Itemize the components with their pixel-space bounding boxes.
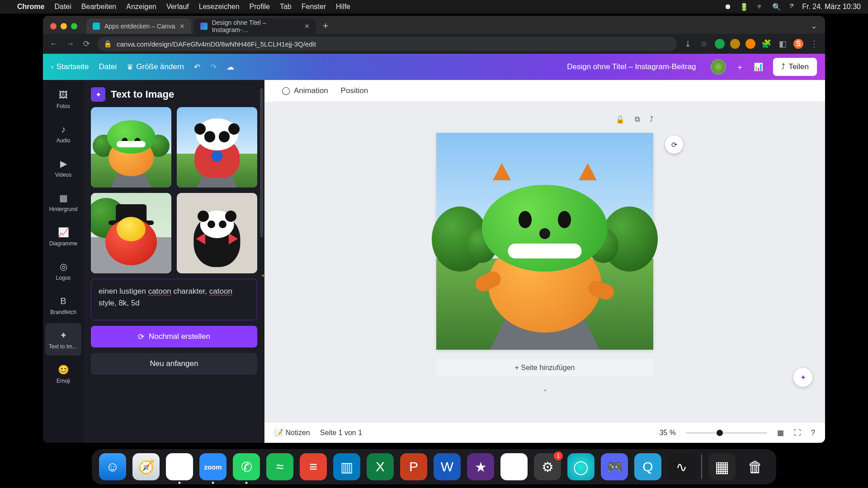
menu-profile[interactable]: Profile bbox=[250, 3, 270, 11]
dock-powerpoint[interactable]: P bbox=[400, 453, 427, 480]
menu-hilfe[interactable]: Hilfe bbox=[336, 3, 350, 11]
result-thumb-3[interactable] bbox=[91, 193, 171, 273]
undo-button[interactable]: ↶ bbox=[194, 62, 200, 72]
dock-todoist[interactable]: ≡ bbox=[300, 453, 327, 480]
extension-icon[interactable] bbox=[745, 39, 755, 49]
start-over-button[interactable]: Neu anfangen bbox=[91, 353, 257, 375]
window-close-button[interactable] bbox=[50, 23, 57, 29]
tab-close-icon[interactable]: ✕ bbox=[304, 23, 310, 30]
record-icon[interactable]: ⏺ bbox=[724, 3, 731, 11]
sidenav-emoji[interactable]: 😊Emoji bbox=[45, 357, 81, 390]
battery-icon[interactable]: 🔋 bbox=[740, 3, 749, 11]
resize-menu[interactable]: ♛Größe ändern bbox=[127, 62, 184, 72]
redo-button[interactable]: ↷ bbox=[210, 62, 217, 72]
extensions-puzzle-icon[interactable]: 🧩 bbox=[761, 38, 772, 49]
home-button[interactable]: ‹Startseite bbox=[51, 62, 89, 71]
lock-page-icon[interactable]: 🔓 bbox=[616, 115, 625, 124]
notes-button[interactable]: 📝 Notizen bbox=[274, 428, 310, 437]
expand-handle-icon[interactable]: ⌃ bbox=[542, 388, 548, 397]
dock-finder[interactable]: ☺ bbox=[99, 453, 126, 480]
browser-tab-1[interactable]: Design ohne Titel – Instagram-… ✕ bbox=[194, 19, 316, 34]
menu-lesezeichen[interactable]: Lesezeichen bbox=[199, 3, 240, 11]
page-indicator[interactable]: Seite 1 von 1 bbox=[320, 429, 362, 437]
sidenav-videos[interactable]: ▶Videos bbox=[45, 151, 81, 184]
zoom-slider[interactable] bbox=[686, 432, 767, 434]
tabs-dropdown-icon[interactable]: ⌄ bbox=[811, 22, 817, 30]
dock-mission[interactable]: ▦ bbox=[708, 453, 736, 480]
reload-button[interactable]: ⟳ bbox=[81, 38, 92, 49]
fullscreen-icon[interactable]: ⛶ bbox=[794, 429, 801, 437]
browser-tab-0[interactable]: Apps entdecken – Canva ✕ bbox=[86, 19, 191, 34]
panel-scrollbar[interactable] bbox=[260, 88, 263, 237]
add-page-button[interactable]: + Seite hinzufügen bbox=[436, 359, 653, 377]
cloud-sync-icon[interactable]: ☁ bbox=[226, 62, 234, 72]
animation-button[interactable]: ◯Animation bbox=[282, 86, 328, 95]
duplicate-page-icon[interactable]: ⧉ bbox=[635, 115, 640, 124]
insights-icon[interactable]: 📊 bbox=[754, 62, 763, 72]
result-thumb-4[interactable] bbox=[177, 193, 257, 273]
sidenav-audio[interactable]: ♪Audio bbox=[45, 117, 81, 150]
file-menu[interactable]: Datei bbox=[99, 62, 117, 71]
dock-spotify[interactable]: ≈ bbox=[266, 453, 293, 480]
add-collaborator-button[interactable]: ＋ bbox=[736, 62, 744, 72]
sidenav-diagramme[interactable]: 📈Diagramme bbox=[45, 220, 81, 253]
dock-word[interactable]: W bbox=[434, 453, 461, 480]
extension-icon[interactable] bbox=[715, 39, 725, 49]
dock-imovie[interactable]: ★ bbox=[467, 453, 494, 480]
dock-drive[interactable]: ▲ bbox=[500, 453, 528, 480]
canvas-stage[interactable]: 🔓 ⧉ ⤴ ⟳ bbox=[264, 102, 825, 422]
document-title[interactable]: Design ohne Titel – Instagram-Beitrag bbox=[567, 62, 696, 71]
user-avatar[interactable] bbox=[711, 59, 726, 75]
wifi-icon[interactable]: ᯤ bbox=[757, 3, 764, 11]
menu-anzeigen[interactable]: Anzeigen bbox=[126, 3, 156, 11]
sidepanel-icon[interactable]: ◧ bbox=[777, 38, 788, 49]
menu-datei[interactable]: Datei bbox=[54, 3, 71, 11]
forward-button[interactable]: → bbox=[65, 38, 75, 49]
dock-quicktime[interactable]: Q bbox=[634, 453, 661, 480]
menu-tab[interactable]: Tab bbox=[280, 3, 292, 11]
window-maximize-button[interactable] bbox=[71, 23, 77, 29]
install-app-icon[interactable]: ⤓ bbox=[682, 38, 693, 49]
back-button[interactable]: ← bbox=[48, 38, 59, 49]
window-minimize-button[interactable] bbox=[61, 23, 67, 29]
sidenav-text-to-image[interactable]: ✦Text to Im… bbox=[45, 323, 81, 356]
design-page[interactable]: ⟳ bbox=[436, 133, 653, 350]
position-button[interactable]: Position bbox=[341, 86, 368, 95]
sidenav-hintergrund[interactable]: ▦Hintergrund bbox=[45, 186, 81, 218]
extension-icon[interactable] bbox=[730, 39, 740, 49]
sidenav-brandfetch[interactable]: BBrandfetch bbox=[45, 289, 81, 321]
bookmark-star-icon[interactable]: ☆ bbox=[698, 38, 709, 49]
share-button[interactable]: ⤴Teilen bbox=[773, 58, 817, 76]
regenerate-button[interactable]: ⟳Nochmal erstellen bbox=[91, 326, 257, 347]
dock-zoom[interactable]: zoom bbox=[199, 453, 226, 480]
control-center-icon[interactable]: 𝄢 bbox=[789, 3, 794, 11]
dock-whatsapp[interactable]: ✆ bbox=[233, 453, 260, 480]
clock[interactable]: Fr. 24. März 10:30 bbox=[802, 3, 861, 11]
sidenav-fotos[interactable]: 🖼Fotos bbox=[45, 83, 81, 115]
app-name[interactable]: Chrome bbox=[17, 3, 44, 11]
dock-chrome[interactable]: ◉ bbox=[166, 453, 193, 480]
share-page-icon[interactable]: ⤴ bbox=[650, 115, 653, 124]
help-icon[interactable]: ? bbox=[811, 429, 815, 437]
dock-discord[interactable]: 🎮 bbox=[601, 453, 628, 480]
dock-trello[interactable]: ▥ bbox=[333, 453, 360, 480]
dock-voice[interactable]: ∿ bbox=[668, 453, 695, 480]
dock-siri[interactable]: ◯ bbox=[567, 453, 594, 480]
menu-bearbeiten[interactable]: Bearbeiten bbox=[81, 3, 116, 11]
dock-trash[interactable]: 🗑 bbox=[742, 453, 769, 480]
menu-fenster[interactable]: Fenster bbox=[302, 3, 326, 11]
new-tab-button[interactable]: ＋ bbox=[319, 19, 332, 32]
magic-button[interactable]: ✦ bbox=[793, 368, 812, 387]
sidenav-logos[interactable]: ◎Logos bbox=[45, 254, 81, 287]
grid-view-icon[interactable]: ▦ bbox=[777, 428, 784, 437]
result-thumb-1[interactable] bbox=[91, 107, 171, 188]
profile-avatar[interactable]: S bbox=[793, 39, 803, 49]
prompt-input[interactable]: einen lustigen catoon charakter, catoon … bbox=[91, 279, 257, 320]
refresh-element-button[interactable]: ⟳ bbox=[665, 136, 683, 154]
dock-settings[interactable]: ⚙1 bbox=[534, 453, 561, 480]
tab-close-icon[interactable]: ✕ bbox=[179, 23, 185, 30]
dock-excel[interactable]: X bbox=[367, 453, 394, 480]
dock-safari[interactable]: 🧭 bbox=[132, 453, 160, 480]
chrome-menu-icon[interactable]: ⋮ bbox=[809, 38, 820, 49]
menu-verlauf[interactable]: Verlauf bbox=[166, 3, 189, 11]
